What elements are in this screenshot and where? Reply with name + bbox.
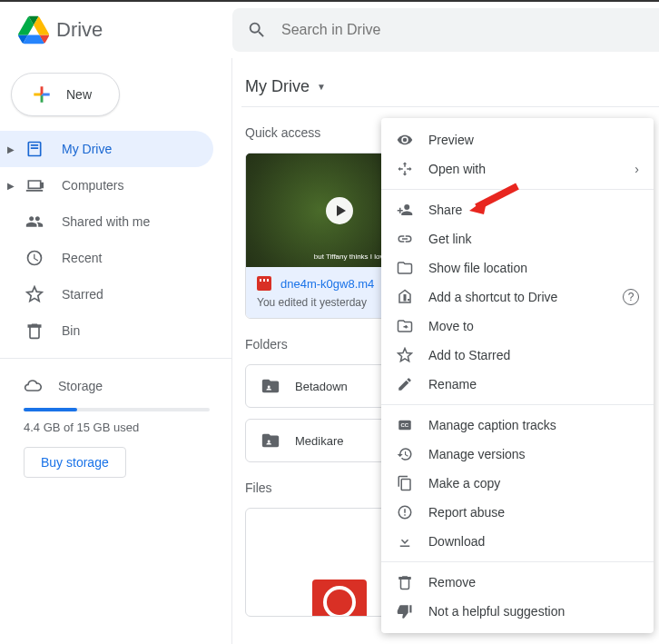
recent-icon (24, 247, 45, 269)
logo-area[interactable]: Drive (0, 15, 232, 45)
nav-label: Starred (62, 287, 103, 302)
ctx-not-helpful[interactable]: Not a helpful suggestion (381, 597, 654, 626)
shared-folder-icon (261, 376, 280, 396)
report-icon (396, 503, 414, 521)
divider (381, 561, 654, 562)
caret-icon: ▶ (7, 181, 18, 191)
nav-shared[interactable]: Shared with me (0, 203, 213, 240)
new-button-label: New (66, 87, 92, 102)
ctx-label: Open with (428, 162, 486, 176)
annotation-arrow (467, 182, 522, 218)
ctx-open-with[interactable]: Open with › (381, 154, 654, 183)
ctx-label: Not a helpful suggestion (428, 604, 565, 619)
svg-text:CC: CC (401, 422, 409, 428)
folder-name: Medikare (295, 434, 343, 448)
nav-my-drive[interactable]: ▶ My Drive (0, 131, 213, 167)
plus-icon (30, 83, 54, 106)
chevron-right-icon: › (634, 162, 639, 176)
drive-logo-icon (18, 15, 49, 45)
search-bar[interactable] (232, 8, 659, 52)
sidebar: New ▶ My Drive ▶ Computers Shared with m… (0, 58, 232, 644)
nav-label: Bin (62, 323, 80, 338)
nav-label: Recent (62, 251, 102, 265)
ctx-abuse[interactable]: Report abuse (381, 498, 654, 527)
search-icon (247, 20, 267, 40)
thumbs-down-icon (396, 602, 414, 620)
ctx-label: Manage versions (428, 447, 526, 461)
help-icon[interactable]: ? (623, 289, 639, 305)
svg-point-1 (268, 440, 270, 442)
quick-file-name: dne4m-k0gw8.m4 (280, 277, 374, 291)
my-drive-icon (24, 138, 45, 160)
top-bar: Drive (0, 0, 659, 58)
storage-bar (24, 408, 210, 411)
ctx-copy[interactable]: Make a copy (381, 469, 654, 498)
file-thumbnail (312, 580, 367, 617)
history-icon (396, 445, 414, 463)
caret-icon: ▶ (7, 144, 18, 154)
ctx-label: Get link (428, 232, 471, 246)
cloud-icon (24, 377, 42, 395)
move-icon (396, 317, 414, 335)
app-name: Drive (56, 18, 103, 42)
ctx-label: Add to Starred (428, 348, 510, 362)
star-icon (396, 346, 414, 364)
ctx-versions[interactable]: Manage versions (381, 440, 654, 469)
computers-icon (24, 174, 45, 196)
nav-label: My Drive (62, 142, 112, 156)
eye-icon (396, 131, 414, 149)
nav-starred[interactable]: Starred (0, 276, 213, 312)
ctx-show-location[interactable]: Show file location (381, 253, 654, 282)
ctx-preview[interactable]: Preview (381, 125, 654, 154)
ctx-captions[interactable]: CC Manage caption tracks (381, 411, 654, 440)
divider (381, 404, 654, 405)
person-add-icon (396, 201, 414, 219)
crumb-label: My Drive (245, 77, 310, 96)
video-file-icon (257, 276, 271, 291)
shared-icon (24, 211, 45, 233)
search-input[interactable] (281, 22, 644, 38)
nav-bin[interactable]: Bin (0, 312, 213, 349)
star-icon (24, 283, 45, 305)
folder-icon (396, 259, 414, 277)
bin-icon (24, 320, 45, 342)
ctx-label: Manage caption tracks (428, 418, 556, 432)
ctx-label: Rename (428, 377, 477, 391)
divider (0, 358, 231, 359)
ctx-shortcut[interactable]: Add a shortcut to Drive ? (381, 282, 654, 312)
ctx-download[interactable]: Download (381, 527, 654, 556)
ctx-rename[interactable]: Rename (381, 370, 654, 399)
link-icon (396, 230, 414, 248)
folder-name: Betadown (295, 380, 348, 393)
dropdown-icon: ▼ (317, 82, 326, 92)
new-button[interactable]: New (11, 73, 120, 116)
ctx-label: Share (428, 203, 462, 217)
storage-used-text: 4.4 GB of 15 GB used (24, 421, 210, 434)
open-with-icon (396, 160, 414, 178)
buy-storage-button[interactable]: Buy storage (24, 447, 126, 478)
ctx-star[interactable]: Add to Starred (381, 341, 654, 370)
cc-icon: CC (396, 416, 414, 434)
trash-icon (396, 573, 414, 591)
nav-recent[interactable]: Recent (0, 240, 213, 276)
nav-label: Shared with me (62, 214, 150, 229)
breadcrumb[interactable]: My Drive ▼ (241, 67, 659, 107)
ctx-label: Remove (428, 575, 476, 590)
ctx-label: Make a copy (428, 476, 500, 490)
rename-icon (396, 375, 414, 393)
nav-label: Computers (62, 178, 123, 193)
shortcut-icon (396, 288, 414, 306)
ctx-label: Move to (428, 319, 474, 333)
shared-folder-icon (261, 431, 280, 451)
ctx-remove[interactable]: Remove (381, 568, 654, 597)
nav-storage[interactable]: Storage (24, 368, 210, 404)
download-icon (396, 532, 414, 550)
nav-computers[interactable]: ▶ Computers (0, 167, 213, 203)
ctx-label: Report abuse (428, 505, 505, 520)
ctx-label: Preview (428, 133, 474, 147)
copy-icon (396, 474, 414, 492)
svg-point-0 (268, 385, 270, 388)
ctx-label: Download (428, 534, 485, 549)
ctx-move[interactable]: Move to (381, 312, 654, 341)
ctx-get-link[interactable]: Get link (381, 224, 654, 253)
